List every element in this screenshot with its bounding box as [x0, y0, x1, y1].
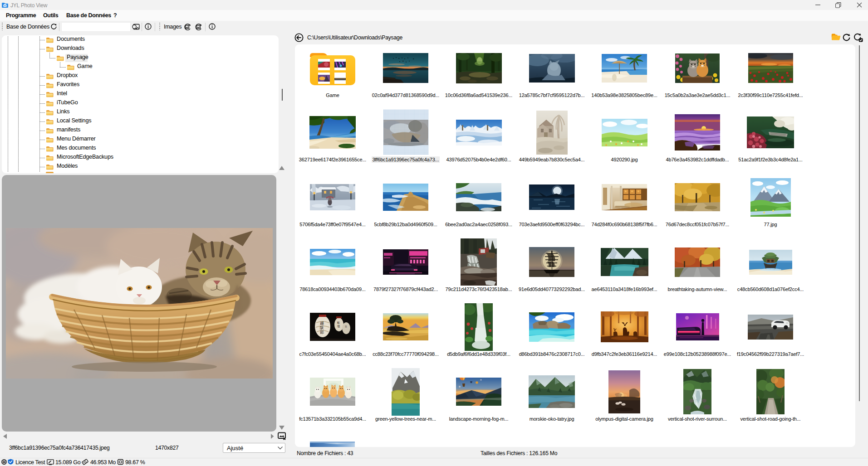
svg-text:船: 船 — [337, 321, 340, 325]
svg-text:越: 越 — [320, 321, 324, 325]
svg-text:w: w — [3, 461, 5, 463]
svg-text:場: 場 — [337, 325, 340, 328]
svg-text:部: 部 — [320, 330, 324, 335]
svg-text:阪: 阪 — [320, 325, 324, 330]
svg-text:堂: 堂 — [345, 325, 347, 328]
